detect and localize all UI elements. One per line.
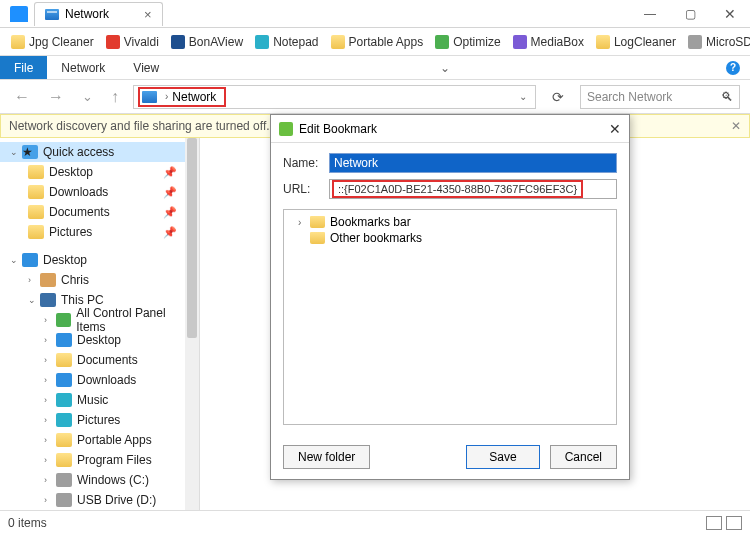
name-value: Network [334, 156, 378, 170]
dialog-body: Name: Network URL: ::{F02C1A0D-BE21-4350… [271, 143, 629, 435]
dialog-overlay: Edit Bookmark ✕ Name: Network URL: ::{F0… [0, 0, 750, 538]
folder-tree[interactable]: › Bookmarks bar Other bookmarks [283, 209, 617, 425]
url-highlight: ::{F02C1A0D-BE21-4350-88B0-7367FC96EF3C} [332, 180, 583, 198]
tree-label: Bookmarks bar [330, 215, 411, 229]
tree-label: Other bookmarks [330, 231, 422, 245]
name-input[interactable]: Network [329, 153, 617, 173]
bookmark-icon [279, 122, 293, 136]
url-input[interactable]: ::{F02C1A0D-BE21-4350-88B0-7367FC96EF3C} [329, 179, 617, 199]
expand-icon[interactable]: › [298, 217, 310, 228]
folder-icon [310, 216, 325, 228]
new-folder-button[interactable]: New folder [283, 445, 370, 469]
url-row: URL: ::{F02C1A0D-BE21-4350-88B0-7367FC96… [283, 179, 617, 199]
edit-bookmark-dialog: Edit Bookmark ✕ Name: Network URL: ::{F0… [270, 114, 630, 480]
url-label: URL: [283, 182, 329, 196]
dialog-close-icon[interactable]: ✕ [609, 121, 621, 137]
dialog-title: Edit Bookmark [299, 122, 377, 136]
dialog-titlebar[interactable]: Edit Bookmark ✕ [271, 115, 629, 143]
name-row: Name: Network [283, 153, 617, 173]
url-value: ::{F02C1A0D-BE21-4350-88B0-7367FC96EF3C} [338, 183, 577, 195]
dialog-buttons: New folder Save Cancel [271, 435, 629, 479]
tree-bookmarks-bar[interactable]: › Bookmarks bar [288, 214, 612, 230]
tree-other-bookmarks[interactable]: Other bookmarks [288, 230, 612, 246]
folder-icon [310, 232, 325, 244]
name-label: Name: [283, 156, 329, 170]
cancel-button[interactable]: Cancel [550, 445, 617, 469]
save-button[interactable]: Save [466, 445, 539, 469]
